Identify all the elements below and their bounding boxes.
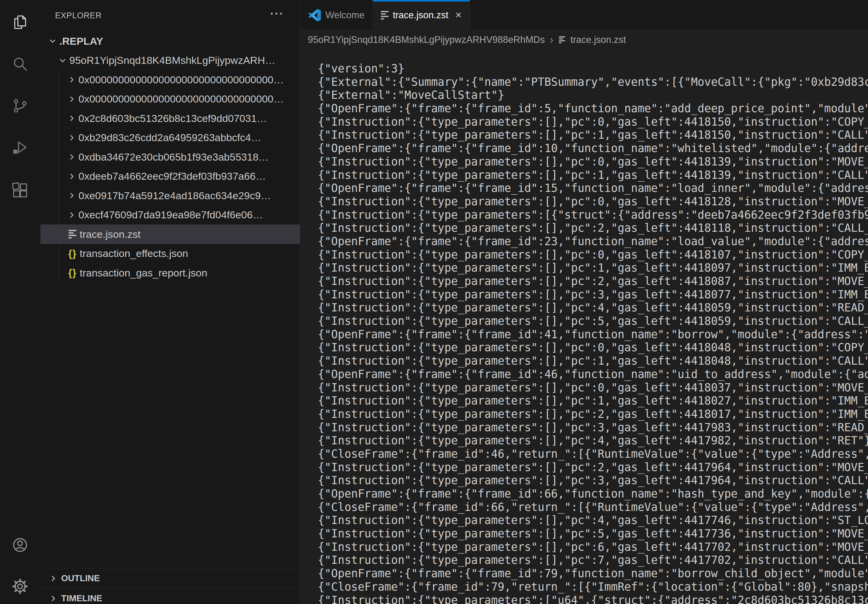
code-line: {"OpenFrame":{"frame":{"frame_id":46,"fu… xyxy=(318,368,868,381)
file-lines-icon xyxy=(381,11,389,19)
tree-item[interactable]: 0x2c8d603bc51326b8c13cef9dd07031… xyxy=(40,108,300,128)
code-line: {"OpenFrame":{"frame":{"frame_id":66,"fu… xyxy=(318,487,868,500)
json-icon: {} xyxy=(66,267,79,279)
code-line: {"OpenFrame":{"frame":{"frame_id":10,"fu… xyxy=(318,142,868,155)
code-line: {"Instruction":{"type_parameters":[],"pc… xyxy=(318,421,868,434)
breadcrumb-folder[interactable]: 95oR1YipjSnqd18K4BMshkLgPijypwzARHV988eR… xyxy=(308,34,545,45)
tree-item[interactable]: {}transaction_gas_report.json xyxy=(40,263,300,283)
activity-settings-button[interactable] xyxy=(0,568,40,604)
tree-item-label: .REPLAY xyxy=(59,35,103,47)
outline-section-label: OUTLINE xyxy=(61,573,100,583)
editor-group: Welcome trace.json.zst ✕ 95oR1YipjSnqd18… xyxy=(301,0,868,604)
chevron-down-icon xyxy=(57,54,69,67)
chevron-right-icon xyxy=(66,209,78,221)
activity-account-button[interactable] xyxy=(0,527,40,563)
file-lines-icon xyxy=(559,36,566,43)
close-icon[interactable]: ✕ xyxy=(455,10,462,20)
tree-item-label: transaction_effects.json xyxy=(80,248,188,259)
code-line: {"Instruction":{"type_parameters":[],"pc… xyxy=(318,301,868,314)
file-lines-icon xyxy=(66,228,79,240)
tab-label: trace.json.zst xyxy=(393,10,449,21)
tab-bar: Welcome trace.json.zst ✕ xyxy=(301,0,868,30)
tree-item-label: 0xdba34672e30cb065b1f93e3ab55318… xyxy=(79,151,269,163)
activity-bar xyxy=(0,0,40,604)
code-line: {"Instruction":{"type_parameters":[],"pc… xyxy=(318,381,868,395)
code-line: {"Instruction":{"type_parameters":[],"pc… xyxy=(318,155,868,169)
code-line: {"Instruction":{"type_parameters":[],"pc… xyxy=(318,461,868,474)
tree-item-label: 0x2c8d603bc51326b8c13cef9dd07031… xyxy=(79,113,267,124)
explorer-title: EXPLORER xyxy=(55,11,102,20)
code-line: {"version":3} xyxy=(318,62,868,76)
search-icon xyxy=(11,55,29,73)
code-line: {"Instruction":{"type_parameters":[],"pc… xyxy=(318,275,868,288)
code-line: {"Instruction":{"type_parameters":[],"pc… xyxy=(318,288,868,301)
code-line: {"OpenFrame":{"frame":{"frame_id":79,"fu… xyxy=(318,567,868,580)
tree-item[interactable]: 0xb29d83c26cdd2a64959263abbcfc4… xyxy=(40,128,300,147)
chevron-right-icon xyxy=(66,112,78,124)
chevron-right-icon xyxy=(66,132,78,144)
tree-item[interactable]: 0xdba34672e30cb065b1f93e3ab55318… xyxy=(40,147,300,167)
settings-gear-icon xyxy=(11,578,29,595)
explorer-more-actions-button[interactable]: ⋯ xyxy=(264,2,288,24)
code-line: {"OpenFrame":{"frame":{"frame_id":5,"fun… xyxy=(318,102,868,115)
activity-search-button[interactable] xyxy=(0,46,40,82)
source-control-icon xyxy=(11,97,29,115)
code-line: {"Instruction":{"type_parameters":[],"pc… xyxy=(318,341,868,354)
tree-item[interactable]: 0xdeeb7a4662eec9f2f3def03fb937a66… xyxy=(40,167,300,186)
code-editor[interactable]: {"version":3}{"External":{"Summary":{"na… xyxy=(301,49,868,604)
code-line: {"Instruction":{"type_parameters":[],"pc… xyxy=(318,474,868,487)
chevron-right-icon xyxy=(66,151,78,163)
tab-welcome[interactable]: Welcome xyxy=(301,0,373,30)
outline-section-header[interactable]: OUTLINE xyxy=(40,568,300,588)
code-line: {"Instruction":{"type_parameters":[{"str… xyxy=(318,208,868,222)
tab-trace-json-zst[interactable]: trace.json.zst ✕ xyxy=(373,0,470,30)
code-line: {"OpenFrame":{"frame":{"frame_id":23,"fu… xyxy=(318,235,868,248)
files-icon xyxy=(11,13,29,31)
tree-item-label: transaction_gas_report.json xyxy=(80,267,208,279)
tree-item-label: trace.json.zst xyxy=(80,228,141,240)
account-icon xyxy=(11,536,29,554)
code-line: {"Instruction":{"type_parameters":[],"pc… xyxy=(318,514,868,527)
tree-item[interactable]: .REPLAY xyxy=(40,31,300,51)
activity-source-control-button[interactable] xyxy=(0,88,40,124)
file-tree: .REPLAY95oR1YipjSnqd18K4BMshkLgPijypwzAR… xyxy=(40,31,300,284)
chevron-down-icon xyxy=(46,35,59,47)
tree-item[interactable]: 95oR1YipjSnqd18K4BMshkLgPijypwzARH… xyxy=(40,51,300,70)
tree-item[interactable]: trace.json.zst xyxy=(40,225,300,244)
vscode-window: EXPLORER ⋯ .REPLAY95oR1YipjSnqd18K4BMshk… xyxy=(0,0,868,604)
timeline-section-header[interactable]: TIMELINE xyxy=(40,588,300,604)
code-line: {"Instruction":{"type_parameters":[],"pc… xyxy=(318,248,868,262)
tree-item-label: 0xecf47609d7da919ea98e7fd04f6e06… xyxy=(79,209,263,221)
code-line: {"CloseFrame":{"frame_id":46,"return_":[… xyxy=(318,448,868,461)
tree-item[interactable]: 0x00000000000000000000000000000000… xyxy=(40,70,300,90)
tree-item-label: 0x00000000000000000000000000000000… xyxy=(79,74,284,86)
code-line: {"OpenFrame":{"frame":{"frame_id":15,"fu… xyxy=(318,181,868,195)
tab-label: Welcome xyxy=(326,10,365,21)
breadcrumb-file[interactable]: trace.json.zst xyxy=(570,34,626,45)
chevron-right-icon xyxy=(47,592,59,604)
code-line: {"Instruction":{"type_parameters":[],"pc… xyxy=(318,527,868,541)
breadcrumb: 95oR1YipjSnqd18K4BMshkLgPijypwzARHV988eR… xyxy=(301,31,868,49)
tree-item[interactable]: {}transaction_effects.json xyxy=(40,244,300,263)
activity-extensions-button[interactable] xyxy=(0,172,40,209)
code-line: {"Instruction":{"type_parameters":[],"pc… xyxy=(318,541,868,554)
tree-item-label: 0xe0917b74a5912e4ad186ac634e29c9… xyxy=(79,190,271,201)
tree-item[interactable]: 0x00000000000000000000000000000000… xyxy=(40,90,300,109)
timeline-section-label: TIMELINE xyxy=(61,593,102,603)
code-line: {"Instruction":{"type_parameters":[],"pc… xyxy=(318,354,868,368)
tree-item-label: 0xb29d83c26cdd2a64959263abbcfc4… xyxy=(79,132,261,144)
run-debug-icon xyxy=(11,139,29,156)
code-line: {"CloseFrame":{"frame_id":79,"return_":[… xyxy=(318,580,868,594)
tree-item[interactable]: 0xecf47609d7da919ea98e7fd04f6e06… xyxy=(40,205,300,225)
chevron-right-icon xyxy=(47,572,59,585)
code-line: {"Instruction":{"type_parameters":[],"pc… xyxy=(318,407,868,421)
code-line: {"CloseFrame":{"frame_id":66,"return_":[… xyxy=(318,500,868,514)
activity-explorer-button[interactable] xyxy=(0,4,40,40)
code-line: {"Instruction":{"type_parameters":[],"pc… xyxy=(318,115,868,129)
activity-run-debug-button[interactable] xyxy=(0,129,40,166)
chevron-right-icon xyxy=(66,93,78,105)
chevron-right-icon xyxy=(66,74,78,86)
tree-item[interactable]: 0xe0917b74a5912e4ad186ac634e29c9… xyxy=(40,186,300,205)
code-line: {"Instruction":{"type_parameters":[],"pc… xyxy=(318,553,868,567)
extensions-icon xyxy=(11,181,29,199)
